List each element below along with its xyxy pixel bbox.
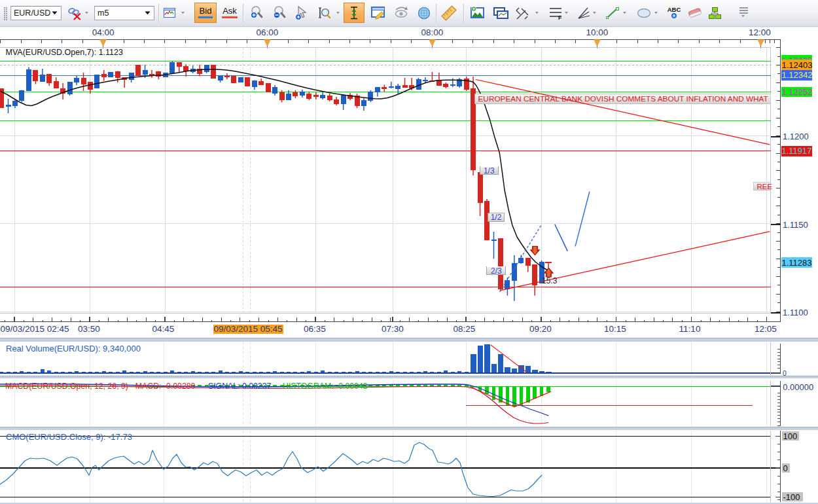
svg-text:-100: -100 [783,492,800,502]
svg-text:1/2: 1/2 [491,213,502,222]
svg-text:CMO(EUR/USD.Close, 9): -17.73: CMO(EUR/USD.Close, 9): -17.73 [6,432,132,442]
svg-text:Bid: Bid [200,6,212,16]
svg-text:0: 0 [783,369,787,377]
svg-text:HISTOGRAM: -0.00043: HISTOGRAM: -0.00043 [283,382,368,391]
svg-text:06:00: 06:00 [257,27,279,37]
svg-text:04:00: 04:00 [92,27,115,37]
svg-text:MACD(EUR/USD.Open, 12, 26, 9): MACD(EUR/USD.Open, 12, 26, 9) - MACD: -0… [5,382,196,391]
svg-text:10:00: 10:00 [586,27,609,37]
svg-text:SIGNAL: 0.00237: SIGNAL: 0.00237 [208,382,272,391]
svg-text:09/03/2015 05:45: 09/03/2015 05:45 [213,324,282,334]
svg-text:100: 100 [783,431,798,441]
svg-text:ABC: ABC [667,6,681,13]
svg-text:1.12403: 1.12403 [782,60,813,70]
svg-text:1.11917: 1.11917 [782,146,812,156]
svg-text:EUR/USD: EUR/USD [14,9,50,18]
svg-text:11:10: 11:10 [679,324,701,334]
svg-text:1.1100: 1.1100 [783,308,808,317]
svg-text:07:30: 07:30 [382,324,404,334]
svg-text:15.3: 15.3 [542,276,558,285]
svg-text:1.11283: 1.11283 [782,258,812,268]
svg-text:F: F [558,14,561,21]
svg-text:MVA(EUR/USD.Open,7): 1.1123: MVA(EUR/USD.Open,7): 1.1123 [6,48,124,57]
svg-text:1.12252: 1.12252 [782,87,813,97]
svg-text:08:00: 08:00 [421,27,444,37]
svg-text:12:05: 12:05 [755,324,777,334]
svg-text:0.00000: 0.00000 [783,382,813,392]
svg-text:1/3: 1/3 [484,166,495,175]
svg-text:09/03/2015 02:45: 09/03/2015 02:45 [0,324,69,334]
svg-text:EUROPEAN CENTRAL BANK DOVISH C: EUROPEAN CENTRAL BANK DOVISH COMMETS ABO… [478,94,777,103]
svg-text:12:00: 12:00 [749,27,771,37]
svg-text:06:35: 06:35 [304,324,326,334]
svg-text:10:15: 10:15 [604,324,626,334]
svg-text:1.12342: 1.12342 [782,70,813,80]
svg-text:m5: m5 [98,9,109,18]
svg-text:03:50: 03:50 [78,324,100,334]
svg-text:08:25: 08:25 [453,324,476,334]
svg-text:0: 0 [783,463,788,473]
svg-text:Real Volume(EUR/USD): 9,340,00: Real Volume(EUR/USD): 9,340,000 [6,344,141,353]
svg-text:1.1200: 1.1200 [783,132,809,141]
svg-text:1.1150: 1.1150 [783,220,808,230]
svg-text:09:20: 09:20 [529,324,552,334]
svg-text:04:45: 04:45 [152,324,175,334]
svg-text:2/3: 2/3 [491,266,502,276]
svg-text:REE: REE [757,183,773,190]
svg-text:Ask: Ask [222,6,237,16]
